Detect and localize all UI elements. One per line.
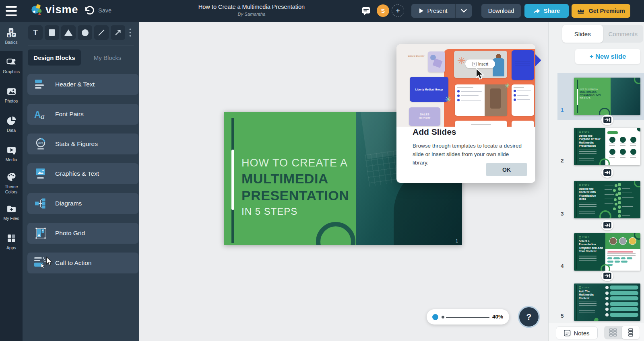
ok-button[interactable]: OK [486, 163, 527, 176]
media-icon [6, 145, 17, 155]
sidebar-item-graphics[interactable]: Graphics [0, 51, 23, 80]
my-files-icon [6, 204, 17, 214]
thumb-title: Outline the Content with Visualization I… [579, 187, 602, 201]
sidebar-item-basics[interactable]: A B C Basics [0, 22, 23, 51]
notes-label: Notes [574, 330, 589, 337]
help-button[interactable]: ? [519, 307, 539, 327]
insert-slide-button[interactable] [601, 167, 613, 178]
popup-title: Add Slides [413, 127, 456, 137]
comments-button[interactable] [361, 6, 371, 18]
slide-title-block[interactable]: HOW TO CREATE A MULTIMEDIA PRESENTATION … [242, 157, 349, 217]
thumbnail-view-toggle [604, 326, 640, 339]
insert-slide-icon [603, 169, 611, 176]
arrow-icon [114, 29, 122, 37]
triangle-tool-button[interactable] [61, 25, 76, 40]
sidebar-item-theme-colors[interactable]: Theme Colors [0, 168, 23, 198]
download-button[interactable]: Download [481, 4, 521, 18]
block-stats-figures[interactable]: 40% Stats & Figures [27, 134, 138, 154]
slide-thumbnail-3[interactable]: STEP 2 Outline the Content with Visualiz… [574, 181, 640, 218]
document-title[interactable]: How to Create a Multimedia Presentation [171, 4, 332, 10]
notes-icon [564, 330, 571, 337]
premium-label: Get Premium [588, 8, 625, 14]
data-icon [6, 116, 17, 126]
share-label: Share [544, 8, 560, 14]
download-label: Download [488, 8, 514, 14]
more-shapes-button[interactable] [127, 25, 133, 40]
get-premium-button[interactable]: Get Premium [572, 4, 630, 18]
list-view-button[interactable] [622, 326, 640, 339]
text-tool-button[interactable]: T [28, 25, 43, 40]
chevron-down-icon [461, 9, 467, 13]
sidebar-item-apps[interactable]: Apps [0, 227, 23, 257]
sidebar-label: Data [7, 128, 16, 133]
insert-slide-button[interactable] [601, 220, 613, 230]
slides-comments-tabs: Slides Comments [562, 25, 643, 43]
slide-thumbnail-4[interactable]: STEP 3 Select a Presentation Template an… [574, 233, 640, 271]
add-collaborator-button[interactable]: + [392, 4, 404, 17]
circle-tool-button[interactable] [78, 25, 92, 40]
block-diagrams[interactable]: Diagrams [27, 193, 138, 214]
tab-slides[interactable]: Slides [562, 25, 603, 43]
slide-ring-decoration [316, 222, 355, 245]
new-slide-button[interactable]: + New slide [575, 49, 640, 64]
block-photo-grid[interactable]: Photo Grid [27, 223, 138, 244]
slide-thumbnail-1[interactable]: HOW TO CREATE A MULTIMEDIA PRESENTATION … [574, 78, 640, 115]
insert-slide-button[interactable] [601, 115, 613, 125]
kebab-menu-icon [129, 28, 131, 37]
rectangle-tool-button[interactable] [45, 25, 59, 40]
sidebar-item-my-files[interactable]: My Files [0, 198, 23, 227]
block-header-text[interactable]: Header & Text [27, 74, 138, 95]
block-call-to-action[interactable]: Call to Action [27, 253, 138, 273]
present-options-button[interactable] [456, 4, 472, 18]
line-tool-button[interactable] [94, 25, 109, 40]
line-icon [97, 29, 105, 37]
thumb-line: HOW TO CREATE A [580, 88, 601, 90]
insert-slide-icon [603, 117, 611, 123]
top-bar: visme Save How to Create a Multimedia Pr… [0, 0, 644, 22]
visme-logo-icon [31, 4, 43, 16]
sidebar-item-data[interactable]: Data [0, 110, 23, 139]
mini-card-liberty: Liberty Medical Group ✳ [410, 77, 448, 102]
slide-thumbnail-2[interactable]: STEP 1 Define the Purpose of Your Multim… [574, 128, 640, 165]
list-view-icon [628, 328, 634, 337]
undo-icon [84, 6, 94, 15]
zoom-control: 40% [427, 309, 509, 325]
left-nav-sidebar: A B C Basics Graphics Photos [0, 22, 23, 341]
block-graphics-text[interactable]: Graphics & Text [27, 163, 138, 184]
undo-button[interactable] [84, 6, 95, 16]
share-button[interactable]: Share [524, 4, 569, 18]
arrow-tool-button[interactable] [111, 25, 125, 40]
mini-card-bullets: ✳ [455, 84, 507, 116]
save-button[interactable]: Save [98, 7, 111, 14]
block-font-pairs[interactable]: A a Font Pairs [27, 104, 138, 125]
slide-line2: MULTIMEDIA [242, 171, 349, 187]
tab-comments[interactable]: Comments [603, 25, 644, 43]
sidebar-item-photos[interactable]: Photos [0, 80, 23, 110]
notes-button[interactable]: Notes [556, 327, 598, 339]
slide-thumbnail-5[interactable]: STEP 4 Add The Multimedia Content [574, 283, 640, 321]
divider [28, 45, 134, 45]
tab-design-blocks[interactable]: Design Blocks [28, 49, 81, 66]
slide-line4: IN 5 STEPS [242, 206, 349, 217]
grid-view-button[interactable] [604, 326, 622, 339]
avatar[interactable]: S [377, 4, 389, 17]
svg-text:40%: 40% [38, 142, 43, 144]
visme-logo[interactable]: visme [31, 4, 78, 16]
share-icon [533, 8, 541, 14]
zoom-slider-thumb[interactable] [432, 314, 438, 320]
zoom-slider-track[interactable] [446, 317, 489, 318]
slide-line1: HOW TO CREATE A [242, 157, 349, 169]
svg-text:a: a [41, 112, 45, 120]
theme-colors-icon [6, 172, 17, 182]
present-button[interactable]: Present [411, 4, 455, 18]
thumb-step: STEP 4 [582, 287, 589, 289]
rectangle-icon [49, 29, 55, 36]
tab-my-blocks[interactable]: My Blocks [81, 49, 134, 66]
hamburger-menu-icon[interactable] [6, 6, 17, 16]
insert-slide-button[interactable] [601, 271, 613, 281]
sidebar-item-media[interactable]: Media [0, 139, 23, 168]
sidebar-label: Graphics [3, 69, 20, 74]
thumb-title: Select a Presentation Template and Add Y… [579, 240, 604, 253]
mini-insert-button: + Insert [465, 60, 495, 68]
circle-icon [82, 29, 89, 36]
